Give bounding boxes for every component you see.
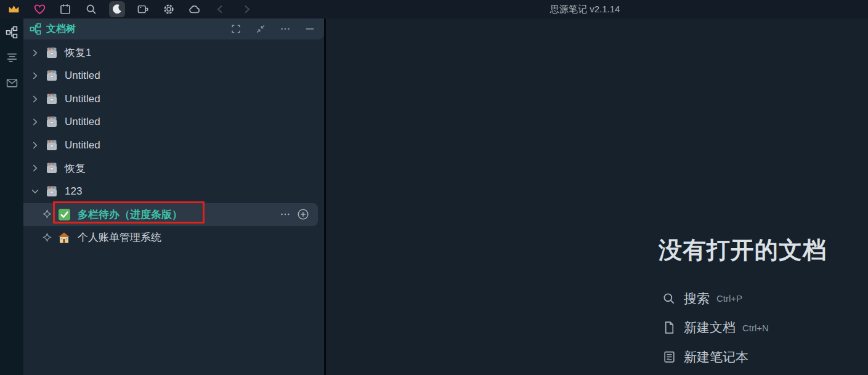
notebook-label: Untitled	[65, 116, 100, 128]
tree-row-notebook-expanded[interactable]: 123	[23, 180, 324, 203]
action-new-doc[interactable]: 新建文档 Ctrl+N	[662, 313, 769, 343]
video-camera-icon	[137, 3, 149, 15]
action-label: 新建笔记本	[684, 349, 748, 366]
notebook-box-icon	[45, 116, 59, 128]
house-emoji-icon	[58, 232, 71, 244]
window-title: 思源笔记 v2.1.14	[550, 0, 620, 18]
notebook-box-icon	[45, 47, 59, 59]
new-file-icon	[662, 321, 676, 334]
tree-row-notebook[interactable]: 恢复1	[23, 41, 324, 65]
crown-icon	[7, 3, 20, 16]
chevron-left-icon	[214, 3, 227, 15]
new-doc-plus-button[interactable]	[297, 208, 309, 220]
sparkle-bullet-icon	[42, 232, 53, 243]
doc-tree-panel: 文档树 恢复1 Untitled Untitled Untitled	[23, 18, 324, 375]
sparkle-bullet-icon	[42, 209, 53, 220]
workspace-crown-button[interactable]	[6, 1, 22, 17]
tree-row-notebook[interactable]: Untitled	[23, 134, 324, 157]
settings-button[interactable]	[161, 1, 177, 17]
action-new-notebook[interactable]: 新建笔记本	[662, 342, 769, 372]
nav-forward-button[interactable]	[238, 1, 254, 17]
collapse-panel-button[interactable]	[255, 23, 266, 34]
notebook-label: 123	[65, 185, 82, 198]
left-dock	[0, 18, 23, 375]
doc-label: 多栏待办（进度条版）	[78, 208, 182, 222]
file-tree-icon	[6, 26, 18, 39]
notebook-box-icon	[45, 162, 59, 174]
calendar-icon	[59, 3, 71, 15]
chevron-right-icon[interactable]	[30, 70, 41, 81]
empty-state-title: 没有打开的文档	[659, 237, 827, 264]
cloud-icon	[189, 3, 201, 15]
sync-button[interactable]	[187, 1, 203, 17]
editor-empty-area: 没有打开的文档 搜索 Ctrl+P 新建文档 Ctrl+N 新建笔记本	[326, 18, 868, 375]
file-tree-icon	[30, 23, 42, 35]
gear-icon	[163, 3, 175, 15]
dock-item-inbox[interactable]	[4, 75, 20, 91]
action-label: 搜索	[684, 290, 710, 307]
notebook-box-icon	[45, 185, 59, 198]
notebook-box-icon	[45, 70, 59, 82]
tree-row-doc[interactable]: 个人账单管理系统	[23, 226, 324, 249]
outline-lines-icon	[6, 51, 18, 64]
tree-row-notebook[interactable]: Untitled	[23, 87, 324, 111]
checkbox-emoji-icon	[58, 208, 71, 220]
new-notebook-icon	[662, 350, 676, 364]
chevron-right-icon[interactable]	[30, 94, 41, 105]
notebook-label: Untitled	[65, 70, 100, 82]
nav-back-button[interactable]	[213, 1, 229, 17]
chevron-right-icon[interactable]	[30, 47, 41, 58]
chevron-right-icon[interactable]	[30, 116, 41, 127]
notebook-label: 恢复	[65, 161, 86, 175]
chevron-right-icon[interactable]	[30, 163, 41, 174]
tree-row-doc-selected[interactable]: 多栏待办（进度条版）	[23, 203, 318, 227]
notebook-box-icon	[45, 139, 59, 151]
minimize-panel-button[interactable]	[304, 23, 315, 34]
panel-resize-divider[interactable]	[324, 18, 326, 375]
notebook-tree: 恢复1 Untitled Untitled Untitled Untitled …	[23, 39, 324, 249]
tree-row-notebook[interactable]: 恢复	[23, 157, 324, 180]
record-button[interactable]	[135, 1, 151, 17]
action-shortcut: Ctrl+N	[742, 323, 769, 333]
action-label: 新建文档	[684, 319, 736, 336]
global-search-button[interactable]	[83, 1, 99, 17]
action-search[interactable]: 搜索 Ctrl+P	[662, 284, 769, 313]
favorites-button[interactable]	[31, 1, 47, 17]
action-shortcut: Ctrl+P	[716, 293, 742, 304]
notebook-label: Untitled	[65, 139, 100, 151]
heart-icon	[33, 3, 46, 16]
search-icon	[662, 292, 676, 305]
doc-more-button[interactable]	[279, 208, 291, 220]
dock-item-doc-tree[interactable]	[4, 24, 20, 40]
daily-note-button[interactable]	[57, 1, 73, 17]
moon-icon	[111, 3, 123, 15]
dark-mode-toggle[interactable]	[109, 1, 125, 17]
more-button[interactable]	[280, 23, 291, 34]
empty-state-actions: 搜索 Ctrl+P 新建文档 Ctrl+N 新建笔记本	[662, 284, 769, 372]
doc-tree-panel-header: 文档树	[23, 18, 324, 39]
tree-row-notebook[interactable]: Untitled	[23, 111, 324, 134]
notebook-box-icon	[45, 93, 59, 105]
fullscreen-button[interactable]	[230, 23, 241, 34]
doc-label: 个人账单管理系统	[78, 230, 161, 244]
panel-title: 文档树	[46, 23, 76, 36]
dock-item-outline[interactable]	[4, 49, 20, 65]
chevron-right-icon[interactable]	[30, 140, 41, 151]
envelope-icon	[6, 76, 18, 89]
chevron-down-icon[interactable]	[30, 186, 41, 197]
notebook-label: 恢复1	[65, 46, 91, 60]
search-icon	[85, 3, 97, 15]
notebook-label: Untitled	[65, 93, 100, 105]
top-toolbar: 思源笔记 v2.1.14	[0, 0, 868, 18]
tree-row-notebook[interactable]: Untitled	[23, 65, 324, 88]
chevron-right-icon	[240, 3, 253, 15]
